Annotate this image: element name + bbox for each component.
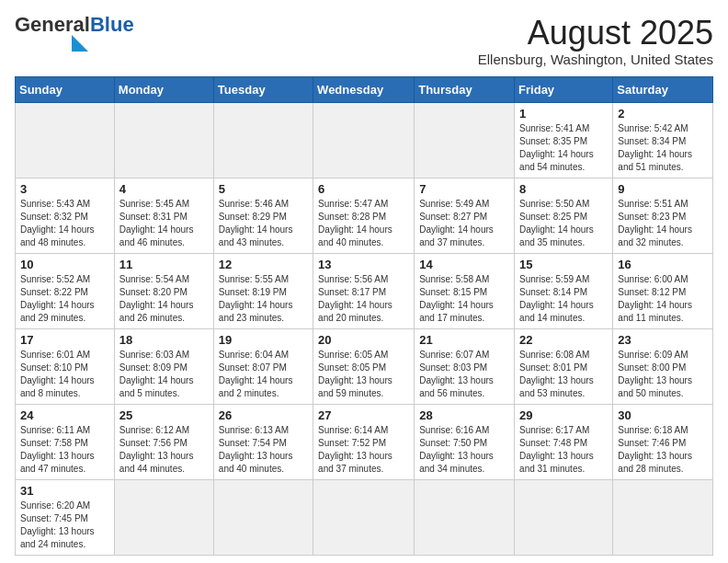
calendar-cell: 24Sunrise: 6:11 AM Sunset: 7:58 PM Dayli…: [16, 404, 115, 479]
day-number: 6: [318, 182, 409, 196]
day-info: Sunrise: 5:47 AM Sunset: 8:28 PM Dayligh…: [318, 198, 409, 249]
title-area: August 2025 Ellensburg, Washington, Unit…: [478, 15, 713, 67]
day-info: Sunrise: 6:16 AM Sunset: 7:50 PM Dayligh…: [419, 424, 509, 476]
day-info: Sunrise: 6:14 AM Sunset: 7:52 PM Dayligh…: [318, 424, 409, 476]
calendar-cell: [415, 479, 515, 555]
calendar-cell: 29Sunrise: 6:17 AM Sunset: 7:48 PM Dayli…: [515, 404, 613, 479]
day-info: Sunrise: 5:52 AM Sunset: 8:22 PM Dayligh…: [20, 273, 109, 325]
calendar-title: August 2025: [478, 15, 713, 52]
day-info: Sunrise: 6:03 AM Sunset: 8:09 PM Dayligh…: [119, 349, 209, 400]
calendar-cell: 2Sunrise: 5:42 AM Sunset: 8:34 PM Daylig…: [613, 102, 713, 178]
calendar-cell: 14Sunrise: 5:58 AM Sunset: 8:15 PM Dayli…: [415, 253, 515, 328]
day-info: Sunrise: 5:43 AM Sunset: 8:32 PM Dayligh…: [20, 198, 109, 249]
day-number: 3: [20, 182, 109, 196]
day-info: Sunrise: 5:50 AM Sunset: 8:25 PM Dayligh…: [519, 198, 608, 249]
calendar-cell: 16Sunrise: 6:00 AM Sunset: 8:12 PM Dayli…: [613, 253, 713, 328]
day-number: 4: [119, 182, 209, 196]
day-number: 27: [318, 408, 409, 422]
weekday-header-sunday: Sunday: [16, 76, 115, 102]
day-number: 16: [618, 258, 708, 271]
logo-text: GeneralBlue: [15, 13, 134, 36]
calendar-cell: 3Sunrise: 5:43 AM Sunset: 8:32 PM Daylig…: [16, 178, 115, 253]
day-info: Sunrise: 5:56 AM Sunset: 8:17 PM Dayligh…: [318, 273, 409, 325]
calendar-week-row: 1Sunrise: 5:41 AM Sunset: 8:35 PM Daylig…: [16, 102, 713, 178]
day-number: 26: [219, 408, 308, 422]
calendar-cell: 25Sunrise: 6:12 AM Sunset: 7:56 PM Dayli…: [114, 404, 213, 479]
calendar-cell: [213, 479, 313, 555]
weekday-header-thursday: Thursday: [415, 76, 515, 102]
weekday-header-wednesday: Wednesday: [313, 76, 415, 102]
day-info: Sunrise: 6:18 AM Sunset: 7:46 PM Dayligh…: [618, 424, 708, 476]
calendar-cell: 7Sunrise: 5:49 AM Sunset: 8:27 PM Daylig…: [415, 178, 515, 253]
day-number: 18: [119, 333, 209, 347]
day-number: 29: [519, 408, 608, 422]
weekday-header-tuesday: Tuesday: [213, 76, 313, 102]
calendar-cell: 22Sunrise: 6:08 AM Sunset: 8:01 PM Dayli…: [515, 328, 613, 404]
calendar-cell: 27Sunrise: 6:14 AM Sunset: 7:52 PM Dayli…: [313, 404, 415, 479]
calendar-cell: [613, 479, 713, 555]
calendar-cell: 6Sunrise: 5:47 AM Sunset: 8:28 PM Daylig…: [313, 178, 415, 253]
calendar-cell: 23Sunrise: 6:09 AM Sunset: 8:00 PM Dayli…: [613, 328, 713, 404]
day-number: 13: [318, 258, 409, 271]
svg-marker-0: [72, 35, 88, 52]
day-info: Sunrise: 6:04 AM Sunset: 8:07 PM Dayligh…: [219, 349, 308, 400]
day-number: 25: [119, 408, 209, 422]
calendar-cell: [515, 479, 613, 555]
calendar-cell: 9Sunrise: 5:51 AM Sunset: 8:23 PM Daylig…: [613, 178, 713, 253]
day-number: 22: [519, 333, 608, 347]
calendar-cell: [415, 102, 515, 178]
day-number: 28: [419, 408, 509, 422]
calendar-cell: 18Sunrise: 6:03 AM Sunset: 8:09 PM Dayli…: [114, 328, 213, 404]
calendar-cell: 12Sunrise: 5:55 AM Sunset: 8:19 PM Dayli…: [213, 253, 313, 328]
day-number: 2: [618, 107, 708, 121]
day-info: Sunrise: 6:17 AM Sunset: 7:48 PM Dayligh…: [519, 424, 608, 476]
day-number: 10: [20, 258, 109, 271]
calendar-cell: [16, 102, 115, 178]
calendar-header: GeneralBlue August 2025 Ellensburg, Wash…: [15, 15, 713, 67]
calendar-cell: 15Sunrise: 5:59 AM Sunset: 8:14 PM Dayli…: [515, 253, 613, 328]
calendar-week-row: 24Sunrise: 6:11 AM Sunset: 7:58 PM Dayli…: [16, 404, 713, 479]
day-info: Sunrise: 6:05 AM Sunset: 8:05 PM Dayligh…: [318, 349, 409, 400]
day-info: Sunrise: 5:42 AM Sunset: 8:34 PM Dayligh…: [618, 122, 708, 174]
day-number: 8: [519, 182, 608, 196]
day-number: 31: [20, 484, 109, 498]
day-number: 19: [219, 333, 308, 347]
weekday-header-friday: Friday: [515, 76, 613, 102]
day-number: 30: [618, 408, 708, 422]
day-number: 15: [519, 258, 608, 271]
calendar-cell: 26Sunrise: 6:13 AM Sunset: 7:54 PM Dayli…: [213, 404, 313, 479]
calendar-cell: 4Sunrise: 5:45 AM Sunset: 8:31 PM Daylig…: [114, 178, 213, 253]
day-info: Sunrise: 5:54 AM Sunset: 8:20 PM Dayligh…: [119, 273, 209, 325]
day-info: Sunrise: 6:20 AM Sunset: 7:45 PM Dayligh…: [20, 500, 109, 551]
calendar-cell: [114, 102, 213, 178]
calendar-cell: 19Sunrise: 6:04 AM Sunset: 8:07 PM Dayli…: [213, 328, 313, 404]
day-info: Sunrise: 6:01 AM Sunset: 8:10 PM Dayligh…: [20, 349, 109, 400]
day-number: 23: [618, 333, 708, 347]
calendar-cell: [213, 102, 313, 178]
calendar-cell: [114, 479, 213, 555]
day-number: 5: [219, 182, 308, 196]
day-number: 21: [419, 333, 509, 347]
logo-icon: [15, 35, 88, 52]
day-number: 24: [20, 408, 109, 422]
day-info: Sunrise: 6:09 AM Sunset: 8:00 PM Dayligh…: [618, 349, 708, 400]
calendar-cell: 13Sunrise: 5:56 AM Sunset: 8:17 PM Dayli…: [313, 253, 415, 328]
day-info: Sunrise: 6:07 AM Sunset: 8:03 PM Dayligh…: [419, 349, 509, 400]
calendar-week-row: 17Sunrise: 6:01 AM Sunset: 8:10 PM Dayli…: [16, 328, 713, 404]
calendar-week-row: 10Sunrise: 5:52 AM Sunset: 8:22 PM Dayli…: [16, 253, 713, 328]
day-info: Sunrise: 6:00 AM Sunset: 8:12 PM Dayligh…: [618, 273, 708, 325]
day-info: Sunrise: 5:46 AM Sunset: 8:29 PM Dayligh…: [219, 198, 308, 249]
day-number: 11: [119, 258, 209, 271]
day-number: 14: [419, 258, 509, 271]
logo: GeneralBlue: [15, 15, 134, 52]
weekday-header-saturday: Saturday: [613, 76, 713, 102]
day-info: Sunrise: 6:12 AM Sunset: 7:56 PM Dayligh…: [119, 424, 209, 476]
day-info: Sunrise: 5:51 AM Sunset: 8:23 PM Dayligh…: [618, 198, 708, 249]
day-number: 7: [419, 182, 509, 196]
day-info: Sunrise: 6:08 AM Sunset: 8:01 PM Dayligh…: [519, 349, 608, 400]
weekday-header-row: SundayMondayTuesdayWednesdayThursdayFrid…: [16, 76, 713, 102]
calendar-cell: [313, 102, 415, 178]
day-number: 9: [618, 182, 708, 196]
calendar-cell: 20Sunrise: 6:05 AM Sunset: 8:05 PM Dayli…: [313, 328, 415, 404]
calendar-cell: 30Sunrise: 6:18 AM Sunset: 7:46 PM Dayli…: [613, 404, 713, 479]
